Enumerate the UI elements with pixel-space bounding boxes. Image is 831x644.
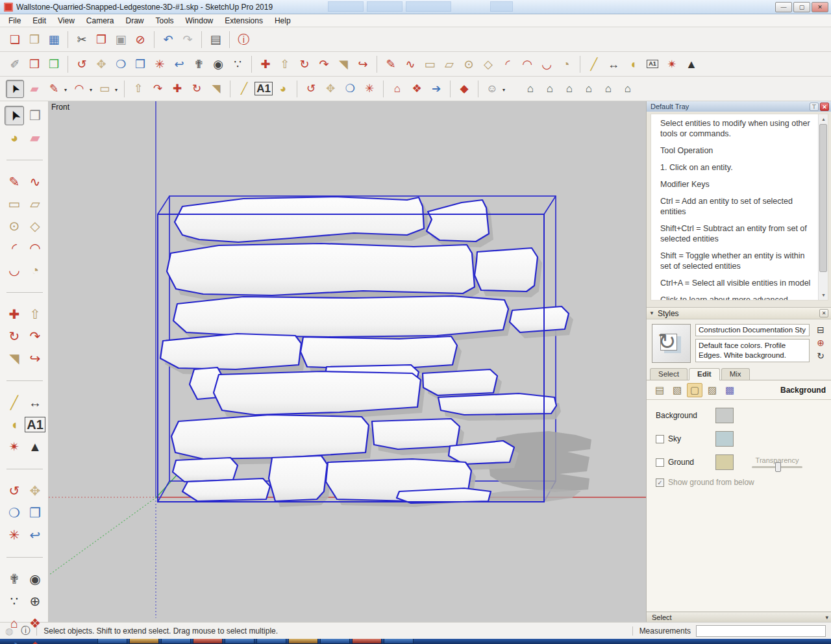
ground-color-swatch[interactable]: [715, 454, 734, 470]
tape-measure-button[interactable]: ╱: [235, 80, 253, 98]
copy-button[interactable]: ❐: [92, 31, 110, 49]
extension-manager-button[interactable]: ◆: [25, 636, 45, 644]
orbit-button[interactable]: ↺: [73, 55, 91, 73]
zoom-extents-button[interactable]: ✳: [5, 525, 24, 545]
orbit-button[interactable]: ↺: [5, 481, 24, 501]
instructor-text[interactable]: Click to learn about more advanced opera…: [660, 295, 813, 301]
offset-button[interactable]: ↪: [25, 349, 45, 368]
move-button[interactable]: ✚: [256, 55, 275, 73]
rotate-button[interactable]: ↻: [5, 327, 24, 346]
two-point-arc-button[interactable]: ◠: [518, 55, 536, 73]
taskbar-item[interactable]: [225, 639, 254, 644]
select-button[interactable]: ➤: [5, 106, 24, 125]
background-color-swatch[interactable]: [715, 408, 734, 423]
view-menu[interactable]: View: [52, 15, 81, 27]
left-view-button[interactable]: ⌂: [619, 80, 637, 98]
modeling-settings-button[interactable]: ▩: [722, 383, 738, 397]
taskbar-item[interactable]: [97, 639, 127, 644]
extension-warehouse-button[interactable]: ❖: [408, 80, 426, 98]
line-button[interactable]: ✎: [5, 172, 24, 192]
look-around-button[interactable]: ◉: [209, 55, 227, 73]
styles-panel-header[interactable]: ▼ Styles ✕: [647, 308, 831, 319]
undo-button[interactable]: ↶: [159, 31, 177, 49]
move-button[interactable]: ✚: [168, 80, 186, 98]
zoom-button[interactable]: ❍: [112, 55, 130, 73]
face-settings-button[interactable]: ▧: [669, 383, 685, 397]
line-button[interactable]: ✎: [45, 80, 63, 98]
text-button[interactable]: A1: [254, 80, 273, 98]
arc-button[interactable]: ◜: [499, 55, 517, 73]
pie-button[interactable]: ◔: [557, 55, 575, 73]
extension-manager-button[interactable]: ◆: [455, 80, 473, 98]
zoom-window-button[interactable]: ❐: [25, 503, 45, 523]
zoom-extents-button[interactable]: ✳: [151, 55, 169, 73]
3d-warehouse-button[interactable]: ⌂: [388, 80, 406, 98]
send-to-layout-button[interactable]: ➔: [5, 636, 24, 644]
select-tab[interactable]: Select: [650, 368, 688, 380]
look-around-button[interactable]: ◉: [25, 569, 45, 589]
zoom-button[interactable]: ❍: [341, 80, 359, 98]
dimension-button[interactable]: ↔: [604, 55, 623, 73]
update-style-icon[interactable]: ↻: [817, 351, 825, 360]
position-camera-button[interactable]: ✟: [5, 569, 24, 589]
pan-button[interactable]: ✥: [25, 481, 45, 501]
pie-button[interactable]: ◔: [25, 260, 45, 280]
help-menu[interactable]: Help: [269, 15, 297, 27]
circle-button[interactable]: ⊙: [460, 55, 478, 73]
scale-button[interactable]: ◥: [207, 80, 225, 98]
styles-close-icon[interactable]: ✕: [819, 309, 828, 317]
rectangle-button[interactable]: ▭: [5, 194, 24, 214]
interact-button[interactable]: ✐: [6, 55, 24, 73]
sky-checkbox[interactable]: [656, 435, 664, 443]
create-style-icon[interactable]: ⊕: [817, 338, 825, 347]
scale-button[interactable]: ◥: [5, 349, 24, 368]
edit-tab[interactable]: Edit: [689, 368, 720, 380]
line-button[interactable]: ✎: [382, 55, 400, 73]
pan-button[interactable]: ✥: [92, 55, 110, 73]
protractor-button[interactable]: ◖: [5, 415, 24, 434]
axes-button[interactable]: ✴: [5, 437, 24, 456]
arc-button[interactable]: ◜: [5, 238, 24, 258]
zoom-extents-button[interactable]: ✳: [360, 80, 378, 98]
section-plane-button[interactable]: ⊕: [25, 591, 45, 611]
background-settings-button[interactable]: ▢: [687, 383, 702, 397]
transparency-slider-knob[interactable]: [775, 462, 781, 472]
sign-in-button[interactable]: ☺: [483, 80, 501, 98]
zoom-button[interactable]: ❍: [5, 503, 24, 523]
push-pull-button[interactable]: ⇧: [25, 304, 45, 324]
zoom-window-button[interactable]: ❐: [131, 55, 149, 73]
axes-button[interactable]: ✴: [663, 55, 681, 73]
mix-tab[interactable]: Mix: [721, 368, 750, 380]
two-point-arc-button[interactable]: ◠: [25, 238, 45, 258]
push-pull-button[interactable]: ⇧: [276, 55, 294, 73]
offset-button[interactable]: ↪: [354, 55, 372, 73]
paint-bucket-button[interactable]: ◕: [5, 128, 24, 147]
sky-color-swatch[interactable]: [715, 431, 734, 447]
model-viewport[interactable]: Front: [49, 101, 646, 622]
protractor-button[interactable]: ◖: [624, 55, 642, 73]
erase-button[interactable]: ⊘: [131, 31, 149, 49]
freehand-button[interactable]: ∿: [25, 172, 45, 192]
transparency-slider[interactable]: [752, 466, 802, 468]
rotated-rectangle-button[interactable]: ▱: [440, 55, 458, 73]
edge-settings-button[interactable]: ▤: [652, 383, 667, 397]
camera-menu[interactable]: Camera: [81, 15, 120, 27]
text-button[interactable]: A1: [25, 415, 45, 434]
eraser-button[interactable]: ▰: [25, 80, 43, 98]
scroll-down-icon[interactable]: ▼: [819, 290, 828, 300]
rotate-button[interactable]: ↻: [188, 80, 206, 98]
eraser-button[interactable]: ▰: [25, 128, 45, 147]
zoom-previous-button[interactable]: ↩: [25, 525, 45, 545]
extension-warehouse-button[interactable]: ❖: [25, 613, 45, 633]
instructor-scrollbar[interactable]: ▲ ▼: [818, 114, 828, 300]
new-button[interactable]: ❏: [6, 31, 24, 49]
pan-button[interactable]: ✥: [321, 80, 340, 98]
dimension-button[interactable]: ↔: [25, 393, 45, 412]
tools-menu[interactable]: Tools: [150, 15, 180, 27]
measurements-input[interactable]: [696, 625, 826, 637]
make-component-button[interactable]: ❒: [25, 106, 45, 125]
model-info-button[interactable]: ⓘ: [234, 31, 253, 49]
title-bar[interactable]: Wallstone-Quarried-Snapped-Ledgestone-3D…: [0, 0, 831, 14]
follow-me-button[interactable]: ↷: [149, 80, 167, 98]
taskbar-item[interactable]: [352, 639, 382, 644]
